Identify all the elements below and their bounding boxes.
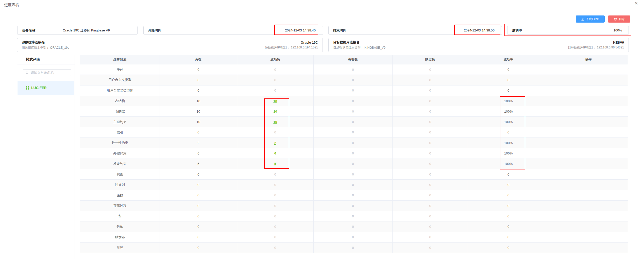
trash-icon (614, 18, 617, 21)
table-row: 用户自定义类型00000 (80, 75, 628, 85)
table-header-row: 迁移对象总数成功数失败数略过数成功率操作 (80, 55, 628, 64)
target-db-version: 目标数据库版本类型： KINGBASE_V9 (333, 46, 385, 50)
success-rate-field: 成功率 100% (507, 26, 629, 35)
success-rate-label: 成功率 (507, 28, 522, 33)
table-row: 函数00000 (80, 190, 628, 201)
table-row: 索引00000 (80, 127, 628, 138)
table-row: 序列00000 (80, 64, 628, 75)
search-icon (26, 71, 29, 75)
table-row: 唯一性约束2200100% (80, 138, 628, 148)
success-count-link[interactable]: 2 (274, 141, 276, 145)
schema-item-label: LUCIFER (31, 86, 47, 90)
search-placeholder: 请输入对象名称 (31, 71, 54, 75)
target-db-ip: 目标数据库IP/端口： 192.168.6.96:54321 (568, 45, 624, 50)
success-count-link[interactable]: 6 (274, 151, 276, 155)
start-time-label: 开始时间 (144, 28, 161, 33)
schema-list-title: 模式列表 (17, 55, 75, 64)
end-time-value: 2024-12-03 14:38:56 (346, 28, 502, 32)
table-row: 用户自定义类型体00000 (80, 85, 628, 96)
success-count-link[interactable]: 10 (273, 120, 277, 124)
table-row: 包00000 (80, 211, 628, 221)
table-row: 注释00000 (80, 243, 628, 253)
migration-table: 迁移对象总数成功数失败数略过数成功率操作序列00000用户自定义类型00000用… (80, 55, 628, 253)
download-icon (581, 18, 584, 21)
sidebar-item-lucifer[interactable]: LUCIFER (18, 81, 74, 95)
source-db-panel: 源数据库连接名 源数据库版本类型： ORACLE_19c Oracle 19C … (17, 38, 323, 52)
success-count-link[interactable]: 10 (273, 110, 277, 113)
end-time-field: 结束时间 2024-12-03 14:38:56 (328, 26, 502, 35)
task-name-value: Oracle 19C 迁移到 Kingbase V9 (35, 28, 137, 33)
task-name-label: 任务名称 (18, 28, 35, 33)
start-time-value: 2024-12-03 14:38:40 (161, 28, 323, 32)
table-row: 主键约束101000100% (80, 117, 628, 127)
end-time-label: 结束时间 (329, 28, 346, 33)
target-db-panel: 目标数据库连接名 目标数据库版本类型： KINGBASE_V9 KESV9 目标… (328, 38, 629, 52)
close-icon[interactable]: ✕ (634, 1, 638, 6)
source-db-name: Oracle 19C (265, 41, 318, 44)
object-search-input[interactable]: 请输入对象名称 (23, 69, 71, 76)
progress-view-dialog: 进度查看 ✕ 下载Excel 删除 任务名称 Oracle 19C 迁移到 Ki… (0, 0, 644, 259)
source-db-ip: 源数据库IP/端口： 192.168.6.194:1521 (265, 45, 318, 50)
delete-button[interactable]: 删除 (608, 15, 630, 23)
start-time-field: 开始时间 2024-12-03 14:38:40 (143, 26, 323, 35)
success-count-link[interactable]: 10 (273, 99, 277, 103)
schema-list-sidebar: 模式列表 请输入对象名称 LUCIFER (17, 55, 75, 259)
table-row: 同义词00000 (80, 180, 628, 190)
page-title: 进度查看 (4, 3, 19, 7)
source-db-title: 源数据库连接名 (22, 40, 69, 45)
table-row: 表结构101000100% (80, 96, 628, 106)
success-count-link[interactable]: 5 (274, 162, 276, 166)
download-excel-label: 下载Excel (586, 17, 599, 21)
table-row: 视图00000 (80, 169, 628, 180)
source-db-version: 源数据库版本类型： ORACLE_19c (22, 46, 69, 50)
delete-label: 删除 (619, 17, 625, 21)
target-db-name: KESV9 (568, 41, 624, 44)
download-excel-button[interactable]: 下载Excel (576, 15, 605, 23)
table-row: 表数据101000100% (80, 106, 628, 117)
schema-grid-icon (26, 86, 29, 90)
table-row: 包体00000 (80, 221, 628, 232)
table-row: 存储过程00000 (80, 201, 628, 211)
task-name-field: 任务名称 Oracle 19C 迁移到 Kingbase V9 (17, 26, 138, 35)
table-row: 检查约束5500100% (80, 159, 628, 169)
target-db-title: 目标数据库连接名 (333, 40, 385, 45)
success-rate-value: 100% (522, 28, 629, 32)
table-row: 外键约束6600100% (80, 148, 628, 159)
table-row: 触发器00000 (80, 232, 628, 243)
